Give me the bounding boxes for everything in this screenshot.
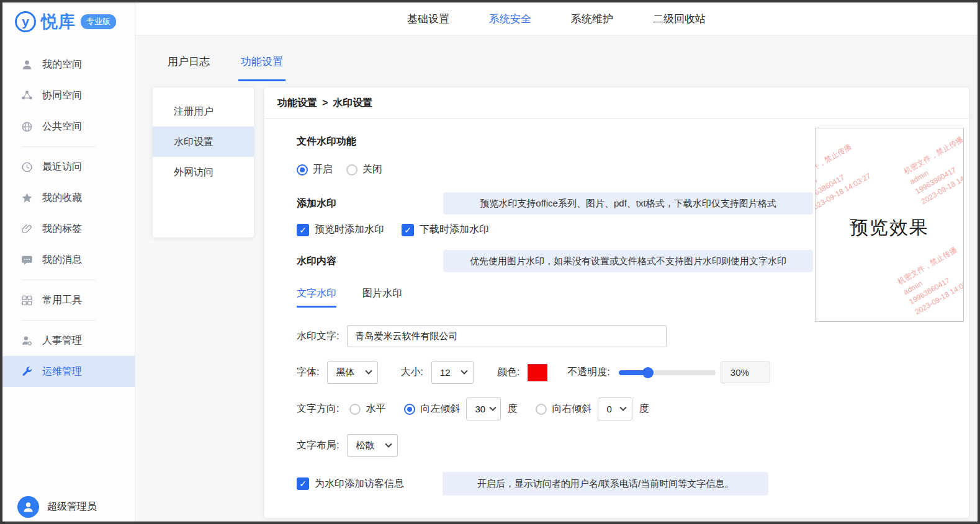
sidebar-divider	[21, 146, 96, 147]
color-label: 颜色:	[497, 366, 519, 379]
add-watermark-banner: 预览水印支持office系列、图片、pdf、txt格式，下载水印仅支持图片格式	[443, 192, 813, 215]
watermark-text-input[interactable]	[347, 325, 667, 347]
sidebar-item-label: 公共空间	[42, 120, 82, 133]
sidebar-item-hr[interactable]: 人事管理	[2, 325, 135, 356]
app-window: y 悦库 专业版 我的空间 协同空间 公共空间 最近访问	[0, 0, 980, 524]
top-nav: 基础设置 系统安全 系统维护 二级回收站	[135, 2, 978, 35]
radio-tilt-left[interactable]	[404, 404, 415, 415]
checkbox-download-label: 下载时添加水印	[420, 223, 489, 236]
radio-tilt-right-label: 向右倾斜	[552, 402, 591, 415]
breadcrumb: 功能设置>水印设置	[264, 87, 969, 119]
checkbox-preview-label: 预览时添加水印	[315, 223, 384, 236]
sidebar-item-ops[interactable]: 运维管理	[2, 356, 135, 387]
chevron-down-icon	[489, 404, 496, 411]
checkbox-visitor-info[interactable]: ✓	[297, 477, 309, 490]
size-select[interactable]: 12	[431, 361, 474, 384]
sidebar-item-label: 运维管理	[42, 365, 82, 378]
sidebar-item-label: 人事管理	[42, 334, 82, 347]
font-label: 字体:	[297, 366, 319, 379]
opacity-value: 30%	[721, 362, 770, 383]
radio-tilt-right[interactable]	[536, 404, 547, 415]
opacity-slider[interactable]	[619, 367, 716, 378]
watermark-sample: 机密文件，禁止传播 admin 19963860417 2023-09-18 1…	[896, 243, 964, 318]
radio-enable-label: 开启	[313, 163, 333, 176]
tab-image-watermark[interactable]: 图片水印	[362, 287, 402, 308]
tab-user-logs[interactable]: 用户日志	[166, 51, 211, 73]
sidebar-item-label: 我的收藏	[42, 192, 82, 205]
breadcrumb-separator: >	[322, 97, 328, 108]
nav-system-maintenance[interactable]: 系统维护	[571, 12, 613, 26]
page-tabs: 用户日志 功能设置	[153, 35, 969, 87]
edition-badge: 专业版	[81, 14, 116, 29]
sidebar-item-messages[interactable]: 我的消息	[2, 244, 135, 275]
chevron-down-icon	[366, 367, 372, 374]
tilt-left-degree-select[interactable]: 30	[466, 397, 501, 420]
user-name: 超级管理员	[47, 500, 97, 513]
watermark-sample: 机密文件，禁止传播 admin 19963860417 2023-09-18 1…	[815, 140, 873, 215]
chevron-down-icon	[620, 404, 627, 411]
sidebar-item-recent[interactable]: 最近访问	[2, 151, 135, 182]
size-label: 大小:	[400, 366, 423, 379]
radio-horizontal-label: 水平	[366, 402, 385, 415]
star-icon	[21, 192, 33, 204]
sub-item-external-access[interactable]: 外网访问	[153, 157, 254, 187]
slider-thumb[interactable]	[642, 367, 654, 378]
nav-system-security[interactable]: 系统安全	[489, 12, 531, 26]
user-gear-icon	[21, 335, 33, 347]
message-icon	[21, 254, 33, 266]
chevron-down-icon	[461, 367, 467, 374]
current-user[interactable]: 超级管理员	[17, 496, 97, 518]
radio-tilt-left-label: 向左倾斜	[420, 402, 460, 415]
layout-label: 文字布局:	[297, 439, 339, 452]
tab-function-settings[interactable]: 功能设置	[240, 51, 284, 73]
sidebar-item-tags[interactable]: 我的标签	[2, 213, 135, 244]
checkbox-visitor-label: 为水印添加访客信息	[315, 477, 404, 491]
collab-icon	[21, 90, 33, 102]
direction-label: 文字方向:	[297, 402, 339, 415]
radio-horizontal[interactable]	[349, 404, 361, 415]
visitor-info-banner: 开启后，显示访问者的用户名/联系电话/当前时间等文字信息。	[443, 472, 768, 495]
app-logo: y 悦库 专业版	[2, 2, 135, 33]
radio-disable[interactable]	[346, 164, 357, 175]
sidebar-item-public-space[interactable]: 公共空间	[2, 111, 135, 142]
sidebar-divider	[21, 320, 96, 321]
nav-basic-settings[interactable]: 基础设置	[407, 12, 449, 26]
sidebar-item-label: 我的消息	[42, 254, 82, 267]
slider-track	[619, 370, 716, 375]
watermark-sample: 机密文件，禁止传播 admin 19963860417 2023-09-18 1…	[902, 133, 964, 207]
sidebar-menu: 我的空间 协同空间 公共空间 最近访问 我的收藏 我的标签	[2, 49, 135, 387]
sidebar-item-collab-space[interactable]: 协同空间	[2, 80, 135, 111]
preview-title: 预览效果	[816, 215, 963, 241]
sidebar-item-favorites[interactable]: 我的收藏	[2, 182, 135, 213]
sidebar-item-label: 我的标签	[42, 223, 82, 236]
tab-text-watermark[interactable]: 文字水印	[297, 287, 336, 308]
checkbox-download-watermark[interactable]: ✓	[402, 224, 414, 236]
content-banner: 优先使用图片水印，如果没有设置或文件格式不支持图片水印则使用文字水印	[443, 250, 813, 272]
settings-sub-sidebar: 注册用户 水印设置 外网访问	[153, 87, 254, 238]
layout-select[interactable]: 松散	[347, 434, 398, 457]
nav-recycle-bin[interactable]: 二级回收站	[653, 12, 706, 26]
color-swatch[interactable]	[528, 364, 547, 381]
sub-item-registered-users[interactable]: 注册用户	[153, 96, 254, 127]
sidebar: y 悦库 专业版 我的空间 协同空间 公共空间 最近访问	[2, 2, 135, 522]
watermark-preview: 机密文件，禁止传播 admin 19963860417 2023-09-18 1…	[815, 128, 964, 322]
logo-name: 悦库	[41, 11, 76, 33]
sidebar-item-tools[interactable]: 常用工具	[2, 285, 135, 316]
sidebar-item-label: 协同空间	[42, 89, 82, 102]
checkbox-preview-watermark[interactable]: ✓	[297, 224, 309, 236]
opacity-label: 不透明度:	[567, 366, 609, 379]
watermark-text-label: 水印文字:	[297, 330, 339, 343]
grid-icon	[21, 295, 33, 306]
tilt-right-degree-select[interactable]: 0	[598, 397, 632, 420]
user-icon	[21, 59, 33, 71]
sidebar-item-my-space[interactable]: 我的空间	[2, 49, 135, 80]
clock-icon	[21, 161, 33, 173]
sidebar-item-label: 常用工具	[42, 294, 82, 307]
sidebar-divider	[21, 280, 96, 280]
font-select[interactable]: 黑体	[327, 361, 378, 384]
sub-item-watermark-settings[interactable]: 水印设置	[153, 127, 254, 157]
radio-enable[interactable]	[297, 164, 308, 175]
sidebar-item-label: 最近访问	[42, 161, 82, 174]
avatar	[17, 496, 39, 518]
add-watermark-heading: 添加水印	[297, 197, 443, 210]
